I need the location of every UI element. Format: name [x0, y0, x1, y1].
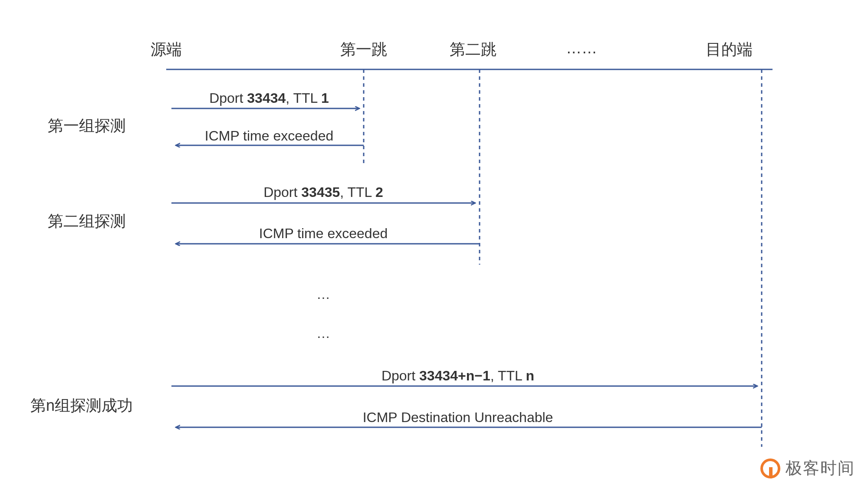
svg-rect-11	[769, 467, 773, 477]
traceroute-sequence-diagram: 源端 第一跳 第二跳 …… 目的端 第一组探测 第二组探测 第n组探测成功 Dp…	[0, 0, 868, 488]
geektime-logo-icon	[760, 459, 780, 478]
diagram-svg	[0, 0, 868, 488]
watermark-text: 极客时间	[786, 457, 855, 479]
watermark: 极客时间	[760, 457, 855, 479]
